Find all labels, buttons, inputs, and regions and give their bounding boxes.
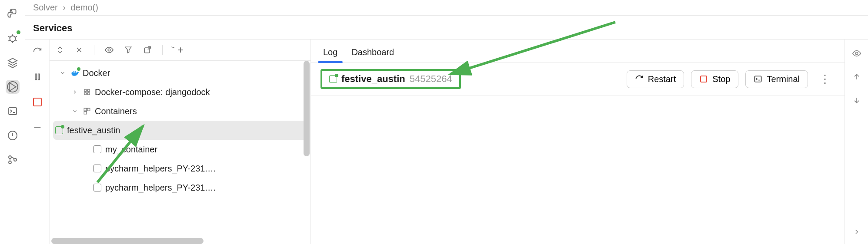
tree-horizontal-scrollbar[interactable] [51, 238, 204, 244]
filter-icon[interactable] [122, 44, 134, 56]
vcs-icon[interactable] [6, 153, 20, 167]
container-title-badge: festive_austin 54525264 [320, 69, 461, 89]
left-tool-rail [0, 0, 25, 244]
svg-rect-9 [35, 74, 37, 79]
chevron-right-icon[interactable] [851, 226, 863, 238]
tree-label: Containers [95, 106, 137, 116]
detail-tabs: Log Dashboard [311, 40, 845, 63]
svg-marker-2 [9, 82, 16, 91]
tree-node-container[interactable]: pycharm_helpers_PY-231.… [50, 159, 310, 178]
terminal-button[interactable]: Terminal [745, 70, 808, 88]
stop-icon [699, 75, 708, 83]
services-tree[interactable]: Docker Docker-compose: djangodock [50, 61, 310, 244]
container-name: festive_austin [341, 73, 405, 85]
minimize-icon[interactable] [31, 121, 43, 133]
terminal-icon[interactable] [6, 104, 20, 118]
svg-rect-4 [9, 108, 17, 115]
preview-icon[interactable] [851, 47, 863, 59]
breadcrumb-root[interactable]: Solver [33, 3, 58, 12]
tab-log[interactable]: Log [321, 45, 339, 63]
breadcrumb: Solver › demo() [25, 0, 868, 16]
tree-node-container[interactable]: pycharm_helpers_PY-231.… [50, 178, 310, 197]
arrow-down-icon[interactable] [851, 94, 863, 106]
svg-point-8 [14, 158, 17, 161]
tab-dashboard[interactable]: Dashboard [350, 45, 396, 63]
svg-point-25 [855, 52, 858, 55]
right-rail [845, 40, 868, 244]
tree-node-containers[interactable]: Containers [50, 102, 310, 121]
header-actions: Restart Stop Terminal ⋮ [627, 70, 835, 88]
detail-header: festive_austin 54525264 Restart [311, 63, 845, 96]
svg-rect-17 [84, 92, 87, 95]
tree-toolbar: + [50, 40, 310, 61]
problems-icon[interactable] [6, 129, 20, 142]
collapse-all-icon[interactable] [73, 44, 85, 56]
svg-rect-18 [87, 92, 90, 95]
pause-icon[interactable] [31, 71, 43, 83]
svg-point-1 [10, 36, 15, 42]
arrow-up-icon[interactable] [851, 71, 863, 83]
new-window-icon[interactable] [141, 44, 154, 56]
tree-label: Docker [83, 68, 110, 78]
layers-icon[interactable] [6, 56, 20, 69]
terminal-icon [754, 75, 762, 83]
container-running-icon [55, 126, 63, 135]
svg-rect-20 [87, 108, 90, 111]
tree-label: my_container [105, 145, 157, 155]
tree-node-compose[interactable]: Docker-compose: djangodock [50, 82, 310, 102]
tree-label: pycharm_helpers_PY-231.… [105, 183, 216, 193]
tree-label: pycharm_helpers_PY-231.… [105, 164, 216, 174]
chevron-down-icon[interactable] [58, 70, 67, 76]
svg-point-7 [9, 161, 11, 164]
svg-point-6 [9, 156, 11, 158]
bug-icon[interactable] [6, 31, 20, 45]
container-running-icon [329, 75, 337, 83]
chevron-down-icon[interactable] [70, 108, 79, 114]
tree-label: Docker-compose: djangodock [95, 87, 210, 97]
restart-button[interactable]: Restart [627, 70, 684, 88]
svg-rect-19 [84, 108, 87, 111]
tree-vertical-scrollbar[interactable] [303, 61, 310, 156]
refresh-icon[interactable] [31, 46, 43, 58]
breadcrumb-leaf[interactable]: demo() [71, 3, 98, 12]
stop-button[interactable]: Stop [691, 70, 738, 88]
svg-line-14 [171, 47, 174, 48]
svg-point-12 [108, 49, 110, 51]
button-label: Restart [648, 74, 676, 84]
detail-panel: Log Dashboard festive_austin 54525264 [310, 40, 845, 244]
svg-rect-15 [84, 89, 87, 92]
tree-vertical-toolbar [25, 40, 50, 244]
grid-icon [83, 88, 91, 96]
services-run-icon[interactable] [6, 80, 20, 94]
stop-icon[interactable] [31, 96, 43, 108]
tree-node-docker[interactable]: Docker [50, 63, 310, 82]
chevron-right-icon[interactable] [70, 89, 79, 95]
python-icon[interactable] [6, 7, 20, 21]
svg-rect-16 [87, 89, 90, 92]
docker-icon [70, 69, 79, 77]
svg-point-0 [10, 10, 11, 11]
svg-rect-21 [84, 112, 87, 114]
services-tree-panel: + Docker [50, 40, 310, 244]
button-label: Stop [712, 74, 730, 84]
panel-title: Services [25, 16, 868, 40]
breadcrumb-separator: › [63, 3, 66, 12]
tree-node-container[interactable]: my_container [50, 140, 310, 159]
button-label: Terminal [767, 74, 800, 84]
main-area: Solver › demo() Services [25, 0, 868, 244]
svg-rect-23 [755, 76, 761, 82]
container-icon [93, 145, 102, 154]
panel-title-text: Services [33, 23, 73, 33]
tree-label: festive_austin [67, 125, 120, 135]
svg-rect-10 [38, 74, 39, 79]
tree-node-container[interactable]: festive_austin [53, 121, 307, 140]
container-icon [93, 164, 102, 173]
container-icon [93, 183, 102, 192]
containers-icon [83, 107, 91, 115]
restart-icon [635, 75, 644, 83]
container-hash: 54525264 [410, 73, 452, 85]
more-actions-icon[interactable]: ⋮ [815, 73, 835, 86]
expand-collapse-icon[interactable] [54, 44, 66, 56]
show-icon[interactable] [103, 44, 115, 56]
add-icon[interactable]: + [171, 44, 184, 56]
